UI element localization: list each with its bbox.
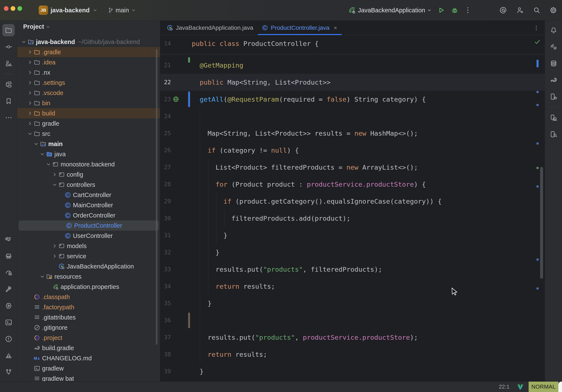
caret-position-widget[interactable]: 22:1	[499, 383, 510, 390]
tree-item--gradle[interactable]: .gradle	[17, 47, 160, 57]
close-window-button[interactable]	[4, 6, 9, 11]
chevron-down-icon[interactable]	[27, 131, 33, 137]
tab-productcontroller-java[interactable]: ProductController.java	[258, 21, 342, 35]
editor-area[interactable]: JavaBackendApplication.javaProductContro…	[160, 21, 545, 381]
tab-javabackendapplication-java[interactable]: JavaBackendApplication.java	[162, 21, 258, 35]
tool-button-problems[interactable]	[0, 331, 17, 347]
tree-item-build-gradle[interactable]: build.gradle	[17, 343, 160, 353]
branch-selector[interactable]: main	[107, 7, 136, 14]
code-with-me-button[interactable]	[516, 6, 524, 14]
tree-item--factorypath[interactable]: .factorypath	[17, 302, 160, 312]
tool-button-gradle[interactable]	[545, 72, 562, 88]
tree-item-bin[interactable]: bin	[17, 98, 160, 108]
chevron-right-icon[interactable]	[27, 69, 33, 76]
ideavim-icon[interactable]	[517, 383, 524, 391]
chevron-right-icon[interactable]	[27, 49, 33, 55]
search-everywhere-button[interactable]	[533, 6, 541, 14]
chevron-down-icon[interactable]	[51, 181, 58, 188]
tree-item-main[interactable]: main	[17, 139, 160, 149]
chevron-right-icon[interactable]	[27, 120, 33, 127]
tool-button-device-explorer[interactable]	[545, 126, 562, 143]
chevron-right-icon[interactable]	[51, 171, 58, 178]
tree-item-monostore-backend[interactable]: monostore.backend	[17, 159, 160, 169]
tool-button-pull-requests[interactable]	[0, 55, 17, 72]
maximize-window-button[interactable]	[17, 6, 22, 11]
ai-assistant-button[interactable]	[499, 6, 507, 14]
project-tree-scrollbar[interactable]	[156, 49, 157, 344]
chevron-right-icon[interactable]	[51, 253, 58, 259]
error-stripe-mark[interactable]	[537, 259, 539, 261]
tree-item--classpath[interactable]: .classpath	[17, 292, 160, 302]
tool-button-warnings[interactable]	[0, 347, 17, 364]
tree-item--gitattributes[interactable]: .gitattributes	[17, 312, 160, 322]
tool-button-project[interactable]	[0, 22, 17, 38]
tree-item-resources[interactable]: resources	[17, 272, 160, 282]
chevron-right-icon[interactable]	[27, 110, 33, 117]
tree-item-src[interactable]: src	[17, 129, 160, 139]
tool-button-copilot[interactable]	[0, 231, 17, 248]
tree-item--settings[interactable]: .settings	[17, 78, 160, 88]
tree-item-java[interactable]: java	[17, 149, 160, 159]
error-stripe-mark[interactable]	[537, 167, 539, 169]
tool-button-build[interactable]	[0, 281, 17, 297]
chevron-down-icon[interactable]	[39, 273, 46, 280]
tree-item--vscode[interactable]: .vscode	[17, 88, 160, 98]
chevron-right-icon[interactable]	[27, 80, 33, 86]
tool-button-version-control[interactable]	[0, 364, 17, 380]
tree-item-changelog-md[interactable]: MCHANGELOG.md	[17, 353, 160, 363]
tree-item-cartcontroller[interactable]: CartController	[17, 190, 160, 200]
fold-separator[interactable]	[160, 52, 545, 57]
chevron-right-icon[interactable]	[27, 90, 33, 96]
tree-item-productcontroller[interactable]: ProductController	[19, 220, 159, 231]
tool-button-ai-assistant[interactable]	[545, 38, 562, 55]
tool-button-more-tool-windows[interactable]	[0, 109, 17, 126]
tree-item-gradlew[interactable]: gradlew	[17, 363, 160, 373]
run-configuration-selector[interactable]: JavaBackendApplication	[358, 7, 425, 14]
tree-item--idea[interactable]: .idea	[17, 57, 160, 67]
close-tab-icon[interactable]	[333, 25, 338, 30]
tool-button-incognito[interactable]	[0, 248, 17, 264]
tree-item-maincontroller[interactable]: MainController	[17, 200, 160, 210]
chevron-down-icon[interactable]	[33, 141, 39, 147]
chevron-down-icon[interactable]	[45, 161, 52, 167]
error-stripe-mark[interactable]	[537, 287, 539, 290]
tree-item-service[interactable]: service	[17, 251, 160, 261]
error-stripe-mark[interactable]	[537, 91, 539, 93]
tree-item--project[interactable]: .project	[17, 333, 160, 343]
error-stripe-mark[interactable]	[537, 143, 539, 144]
tree-item-usercontroller[interactable]: UserController	[17, 231, 160, 241]
editor-scrollbar[interactable]	[540, 167, 543, 279]
tool-button-structure[interactable]	[0, 76, 17, 93]
tree-item-application-properties[interactable]: application.properties	[17, 282, 160, 292]
tree-item-controllers[interactable]: controllers	[17, 180, 160, 190]
endpoint-globe-icon[interactable]	[172, 95, 180, 103]
debug-button[interactable]	[451, 6, 459, 14]
settings-button[interactable]	[549, 6, 557, 14]
tree-item-gradlew-bat[interactable]: gradlew bat	[17, 373, 160, 381]
tab-options-button[interactable]	[533, 24, 540, 31]
tool-button-running-devices[interactable]	[545, 88, 562, 105]
chevron-right-icon[interactable]	[51, 243, 58, 249]
tree-item-ordercontroller[interactable]: OrderController	[17, 210, 160, 220]
tool-button-terminal[interactable]	[0, 314, 17, 331]
vim-mode-badge[interactable]: NORMAL	[529, 381, 558, 392]
tool-button-device-mirroring[interactable]	[545, 109, 562, 126]
chevron-right-icon[interactable]	[27, 59, 33, 65]
tree-item-config[interactable]: config	[17, 169, 160, 180]
run-button[interactable]	[437, 6, 445, 14]
more-actions-button[interactable]	[464, 6, 472, 14]
tree-item-javabackendapplication[interactable]: JavaBackendApplication	[17, 261, 160, 272]
tree-item-java-backend[interactable]: java-backend~/Github/java-backend	[17, 37, 160, 47]
project-selector[interactable]: java-backend	[51, 7, 90, 14]
tree-item-build[interactable]: build	[17, 108, 160, 119]
error-stripe-mark[interactable]	[537, 60, 539, 67]
minimize-window-button[interactable]	[11, 6, 15, 11]
error-stripe-mark[interactable]	[537, 185, 539, 188]
tree-item-gradle[interactable]: gradle	[17, 119, 160, 129]
tree-item--nx[interactable]: .nx	[17, 67, 160, 78]
tool-button-bookmarks[interactable]	[0, 93, 17, 109]
project-panel-header[interactable]: Project	[23, 23, 51, 30]
tree-item--gitignore[interactable]: .gitignore	[17, 322, 160, 333]
tool-button-notifications[interactable]	[545, 22, 562, 38]
tool-button-services[interactable]	[0, 297, 17, 314]
